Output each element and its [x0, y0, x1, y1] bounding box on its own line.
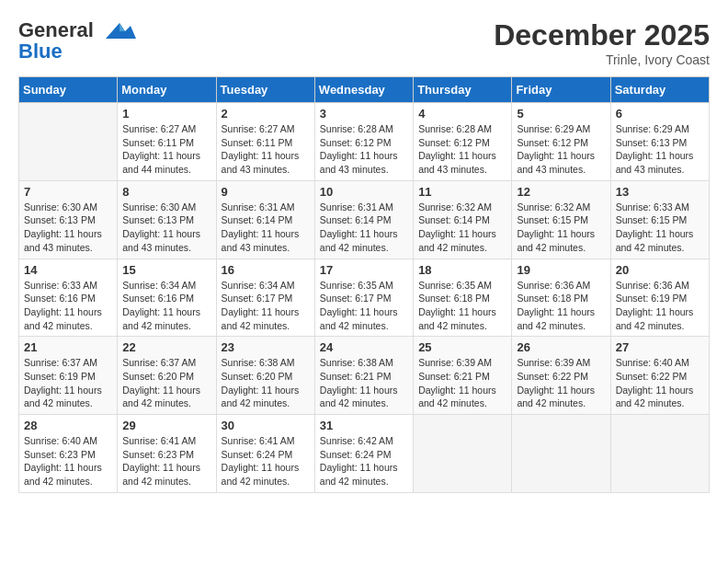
daylight-text: Daylight: 11 hours and 42 minutes.: [418, 227, 506, 254]
cell-info: Sunrise: 6:38 AMSunset: 6:21 PMDaylight:…: [320, 356, 408, 410]
calendar-cell: 10Sunrise: 6:31 AMSunset: 6:14 PMDayligh…: [314, 180, 413, 259]
daylight-text: Daylight: 11 hours and 42 minutes.: [616, 227, 704, 254]
daylight-text: Daylight: 11 hours and 42 minutes.: [418, 384, 506, 410]
day-number: 23: [222, 340, 310, 354]
cell-info: Sunrise: 6:36 AMSunset: 6:18 PMDaylight:…: [517, 279, 605, 333]
cell-info: Sunrise: 6:29 AMSunset: 6:12 PMDaylight:…: [517, 122, 605, 177]
sunrise-text: Sunrise: 6:29 AM: [517, 122, 605, 136]
cell-info: Sunrise: 6:37 AMSunset: 6:20 PMDaylight:…: [122, 356, 210, 410]
day-number: 25: [418, 340, 506, 354]
sunset-text: Sunset: 6:21 PM: [418, 370, 506, 384]
sunrise-text: Sunrise: 6:40 AM: [24, 434, 112, 448]
cell-info: Sunrise: 6:38 AMSunset: 6:20 PMDaylight:…: [222, 356, 310, 410]
sunset-text: Sunset: 6:18 PM: [517, 292, 605, 305]
sunrise-text: Sunrise: 6:30 AM: [122, 201, 210, 214]
sunset-text: Sunset: 6:15 PM: [517, 213, 605, 227]
sunset-text: Sunset: 6:11 PM: [222, 136, 310, 150]
calendar-cell: 16Sunrise: 6:34 AMSunset: 6:17 PMDayligh…: [216, 259, 314, 337]
sunset-text: Sunset: 6:22 PM: [517, 370, 605, 384]
cell-info: Sunrise: 6:27 AMSunset: 6:11 PMDaylight:…: [122, 122, 210, 177]
daylight-text: Daylight: 11 hours and 42 minutes.: [616, 305, 704, 332]
daylight-text: Daylight: 11 hours and 43 minutes.: [517, 149, 605, 176]
cell-info: Sunrise: 6:33 AMSunset: 6:16 PMDaylight:…: [24, 279, 112, 333]
cell-info: Sunrise: 6:30 AMSunset: 6:13 PMDaylight:…: [122, 201, 210, 255]
page-header: General Blue December 2025 Trinle, Ivory…: [18, 18, 710, 67]
sunset-text: Sunset: 6:12 PM: [517, 136, 605, 150]
cell-info: Sunrise: 6:27 AMSunset: 6:11 PMDaylight:…: [222, 122, 310, 177]
calendar-cell: 15Sunrise: 6:34 AMSunset: 6:16 PMDayligh…: [118, 259, 216, 337]
day-number: 10: [320, 185, 408, 199]
sunset-text: Sunset: 6:17 PM: [320, 292, 408, 305]
day-number: 20: [616, 263, 704, 277]
cell-info: Sunrise: 6:42 AMSunset: 6:24 PMDaylight:…: [320, 434, 408, 488]
calendar-cell: 27Sunrise: 6:40 AMSunset: 6:22 PMDayligh…: [610, 337, 709, 415]
daylight-text: Daylight: 11 hours and 42 minutes.: [616, 384, 704, 410]
cell-info: Sunrise: 6:28 AMSunset: 6:12 PMDaylight:…: [418, 122, 506, 177]
sunrise-text: Sunrise: 6:39 AM: [418, 356, 506, 370]
cell-info: Sunrise: 6:41 AMSunset: 6:24 PMDaylight:…: [222, 434, 310, 488]
sunset-text: Sunset: 6:14 PM: [222, 213, 310, 227]
daylight-text: Daylight: 11 hours and 42 minutes.: [517, 227, 605, 254]
sunset-text: Sunset: 6:16 PM: [122, 292, 210, 305]
sunset-text: Sunset: 6:17 PM: [222, 292, 310, 305]
cell-info: Sunrise: 6:32 AMSunset: 6:14 PMDaylight:…: [418, 201, 506, 255]
daylight-text: Daylight: 11 hours and 42 minutes.: [222, 461, 310, 488]
day-number: 22: [122, 340, 210, 354]
sunset-text: Sunset: 6:23 PM: [122, 448, 210, 462]
header-day-thursday: Thursday: [414, 77, 512, 103]
day-number: 18: [418, 263, 506, 277]
cell-info: Sunrise: 6:39 AMSunset: 6:22 PMDaylight:…: [517, 356, 605, 410]
sunrise-text: Sunrise: 6:33 AM: [616, 201, 704, 214]
cell-info: Sunrise: 6:31 AMSunset: 6:14 PMDaylight:…: [222, 201, 310, 255]
day-number: 30: [222, 419, 310, 432]
daylight-text: Daylight: 11 hours and 42 minutes.: [517, 384, 605, 410]
day-number: 3: [320, 107, 408, 121]
daylight-text: Daylight: 11 hours and 42 minutes.: [24, 305, 112, 332]
header-day-tuesday: Tuesday: [216, 77, 314, 103]
cell-info: Sunrise: 6:36 AMSunset: 6:19 PMDaylight:…: [616, 279, 704, 333]
calendar-cell: 7Sunrise: 6:30 AMSunset: 6:13 PMDaylight…: [19, 180, 118, 259]
calendar-table: SundayMondayTuesdayWednesdayThursdayFrid…: [18, 76, 710, 493]
sunrise-text: Sunrise: 6:38 AM: [222, 356, 310, 370]
logo-general: General: [18, 18, 94, 41]
sunrise-text: Sunrise: 6:29 AM: [616, 122, 704, 136]
sunrise-text: Sunrise: 6:35 AM: [320, 279, 408, 293]
title-area: December 2025 Trinle, Ivory Coast: [494, 18, 710, 67]
calendar-cell: 14Sunrise: 6:33 AMSunset: 6:16 PMDayligh…: [19, 259, 118, 337]
day-number: 24: [320, 340, 408, 354]
calendar-cell: 3Sunrise: 6:28 AMSunset: 6:12 PMDaylight…: [314, 103, 413, 181]
sunrise-text: Sunrise: 6:36 AM: [517, 279, 605, 293]
logo-bird-icon: [101, 18, 136, 44]
sunrise-text: Sunrise: 6:32 AM: [517, 201, 605, 214]
sunset-text: Sunset: 6:13 PM: [616, 136, 704, 150]
calendar-cell: 13Sunrise: 6:33 AMSunset: 6:15 PMDayligh…: [610, 180, 709, 259]
sunrise-text: Sunrise: 6:40 AM: [616, 356, 704, 370]
header-day-saturday: Saturday: [610, 77, 709, 103]
cell-info: Sunrise: 6:35 AMSunset: 6:17 PMDaylight:…: [320, 279, 408, 333]
day-number: 11: [418, 185, 506, 199]
daylight-text: Daylight: 11 hours and 42 minutes.: [24, 461, 112, 488]
cell-info: Sunrise: 6:35 AMSunset: 6:18 PMDaylight:…: [418, 279, 506, 333]
calendar-cell: 18Sunrise: 6:35 AMSunset: 6:18 PMDayligh…: [414, 259, 512, 337]
calendar-cell: 22Sunrise: 6:37 AMSunset: 6:20 PMDayligh…: [118, 337, 216, 415]
sunset-text: Sunset: 6:15 PM: [616, 213, 704, 227]
week-row-1: 1Sunrise: 6:27 AMSunset: 6:11 PMDaylight…: [19, 103, 710, 181]
sunrise-text: Sunrise: 6:33 AM: [24, 279, 112, 293]
header-row: SundayMondayTuesdayWednesdayThursdayFrid…: [19, 77, 710, 103]
sunset-text: Sunset: 6:19 PM: [24, 370, 112, 384]
sunset-text: Sunset: 6:23 PM: [24, 448, 112, 462]
sunset-text: Sunset: 6:24 PM: [320, 448, 408, 462]
calendar-cell: 23Sunrise: 6:38 AMSunset: 6:20 PMDayligh…: [216, 337, 314, 415]
day-number: 6: [616, 107, 704, 121]
daylight-text: Daylight: 11 hours and 42 minutes.: [320, 384, 408, 410]
header-day-monday: Monday: [118, 77, 216, 103]
sunrise-text: Sunrise: 6:27 AM: [222, 122, 310, 136]
sunrise-text: Sunrise: 6:36 AM: [616, 279, 704, 293]
cell-info: Sunrise: 6:33 AMSunset: 6:15 PMDaylight:…: [616, 201, 704, 255]
sunrise-text: Sunrise: 6:27 AM: [122, 122, 210, 136]
day-number: 15: [122, 263, 210, 277]
sunset-text: Sunset: 6:19 PM: [616, 292, 704, 305]
cell-info: Sunrise: 6:28 AMSunset: 6:12 PMDaylight:…: [320, 122, 408, 177]
svg-marker-1: [119, 23, 125, 31]
calendar-cell: [414, 415, 512, 493]
